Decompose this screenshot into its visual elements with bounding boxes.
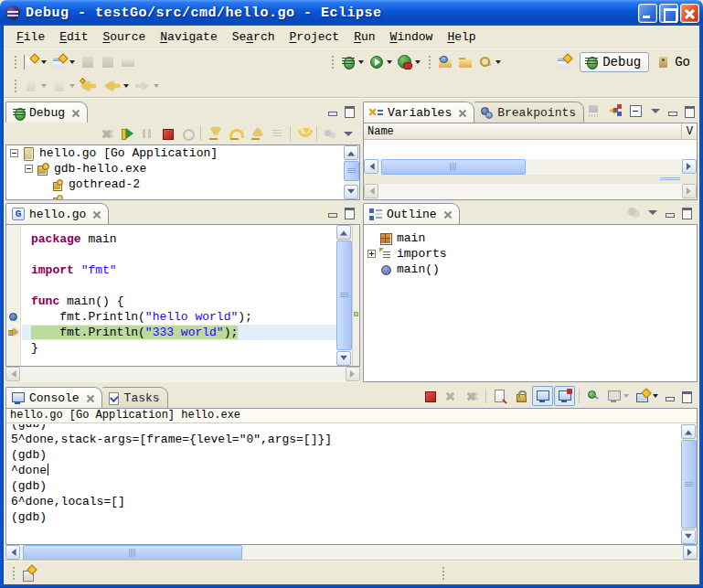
step-into-button[interactable]: [204, 123, 225, 144]
tab-debug[interactable]: Debug: [5, 102, 88, 123]
open-folder-button[interactable]: [455, 52, 475, 72]
view-menu-button[interactable]: [647, 101, 664, 121]
display-selected-console-button[interactable]: [604, 386, 632, 406]
terminate-button[interactable]: [157, 123, 177, 144]
tab-breakpoints[interactable]: Breakpoints: [474, 102, 584, 123]
menu-item-run[interactable]: Run: [346, 27, 382, 47]
expander-minus-icon[interactable]: [10, 149, 18, 157]
name-column-header[interactable]: Name: [367, 125, 394, 138]
code-line[interactable]: func main() {: [22, 294, 336, 309]
toolbar-grip[interactable]: [13, 78, 17, 94]
code-line[interactable]: import "fmt": [22, 262, 336, 278]
remove-all-terminated-button[interactable]: [462, 386, 482, 406]
menu-item-window[interactable]: Window: [383, 27, 441, 47]
use-step-filters-button[interactable]: [293, 123, 314, 144]
scrollbar-thumb[interactable]: [381, 159, 526, 175]
open-console-button[interactable]: [633, 386, 661, 406]
perspective-debug-button[interactable]: Debug: [580, 52, 649, 72]
outline-item-main[interactable]: main(): [364, 262, 697, 277]
new-button[interactable]: [21, 52, 49, 72]
tab-console[interactable]: Console: [5, 387, 102, 408]
menu-item-help[interactable]: Help: [440, 27, 483, 47]
open-perspective-button[interactable]: [554, 52, 574, 72]
outline-item-main[interactable]: main: [364, 230, 697, 246]
instruction-stepping-button[interactable]: [267, 123, 287, 144]
maximize-view-button[interactable]: [678, 202, 694, 222]
code-line[interactable]: [22, 278, 336, 294]
overview-annotation-marker[interactable]: [354, 312, 358, 316]
perspective-go-button[interactable]: Go: [655, 53, 692, 71]
toolbar-grip[interactable]: [330, 54, 335, 70]
editor-vertical-scrollbar[interactable]: [336, 225, 352, 366]
gutter-cell[interactable]: [6, 340, 20, 356]
scroll-down-button[interactable]: [336, 351, 351, 366]
tab-hello-go[interactable]: G hello.go: [5, 203, 109, 224]
close-icon[interactable]: [86, 394, 94, 402]
menu-item-project[interactable]: Project: [282, 27, 347, 47]
gutter-cell[interactable]: [6, 294, 20, 309]
tab-outline[interactable]: Outline: [363, 203, 460, 224]
new-wizard-button[interactable]: [49, 52, 78, 72]
minimize-view-button[interactable]: [325, 202, 340, 222]
show-stderr-changes-button[interactable]: [554, 386, 575, 406]
code-line[interactable]: fmt.Println("333 world");: [22, 325, 336, 340]
editor-gutter[interactable]: [6, 225, 21, 366]
collapse-all-button[interactable]: [626, 101, 646, 121]
debug-tree-item-gdb-hello-exe[interactable]: gdb-hello.exe: [6, 161, 344, 176]
outline-item-imports[interactable]: imports: [364, 246, 697, 262]
tab-tasks[interactable]: Tasks: [102, 387, 168, 408]
outline-tree[interactable]: mainimportsmain(): [364, 225, 697, 381]
variables-horizontal-scrollbar[interactable]: [364, 159, 697, 175]
scroll-right-button[interactable]: [346, 367, 360, 381]
watch-button[interactable]: [320, 123, 340, 144]
remove-launch-button[interactable]: [441, 386, 461, 406]
run-button[interactable]: [367, 52, 395, 72]
scroll-right-button[interactable]: [682, 159, 697, 174]
console-text-area[interactable]: (gdb)5^done,stack-args=[frame={level="0"…: [6, 424, 681, 544]
scroll-up-button[interactable]: [336, 225, 351, 240]
minimize-window-button[interactable]: [638, 4, 657, 23]
save-button[interactable]: [78, 52, 98, 72]
expander-plus-icon[interactable]: [367, 250, 376, 258]
title-bar[interactable]: Debug - testGo/src/cmd/hello.go - Eclips…: [0, 0, 703, 26]
code-line[interactable]: fmt.Println("hello world");: [22, 309, 336, 325]
menu-item-source[interactable]: Source: [95, 27, 153, 47]
maximize-view-button[interactable]: [341, 101, 357, 121]
scroll-right-button[interactable]: [683, 545, 698, 560]
previous-annotation-button[interactable]: [49, 76, 78, 96]
close-icon[interactable]: [443, 210, 452, 219]
show-stdout-changes-button[interactable]: [532, 386, 553, 406]
expander-minus-icon[interactable]: [25, 165, 33, 173]
clear-console-button[interactable]: [490, 386, 510, 406]
gutter-cell[interactable]: [6, 262, 20, 278]
maximize-view-button[interactable]: [678, 386, 694, 406]
gutter-cell[interactable]: [6, 278, 20, 294]
run-last-button[interactable]: [395, 52, 423, 72]
step-over-button[interactable]: [225, 123, 246, 144]
print-button[interactable]: [118, 52, 138, 72]
code-area[interactable]: package mainimport "fmt"func main() { fm…: [22, 225, 336, 366]
detail-pane-horizontal-scrollbar[interactable]: [364, 184, 697, 199]
minimize-view-button[interactable]: [662, 202, 677, 222]
console-vertical-scrollbar[interactable]: [681, 424, 697, 544]
value-column-header[interactable]: V: [681, 123, 693, 139]
editor-horizontal-scrollbar[interactable]: [5, 367, 360, 382]
scroll-down-button[interactable]: [344, 185, 358, 199]
toolbar-grip[interactable]: [427, 54, 431, 70]
scroll-up-button[interactable]: [344, 145, 358, 160]
debug-tree-vertical-scrollbar[interactable]: [344, 145, 359, 199]
scrollbar-thumb[interactable]: [681, 440, 697, 529]
maximize-window-button[interactable]: [659, 4, 678, 23]
debug-tree[interactable]: hello.go [Go Application]gdb-hello.exego…: [6, 145, 344, 199]
save-all-button[interactable]: [98, 52, 118, 72]
scroll-up-button[interactable]: [681, 424, 696, 439]
scroll-left-button[interactable]: [364, 184, 378, 198]
fast-view-button[interactable]: [19, 563, 38, 583]
breakpoint-icon[interactable]: [9, 313, 17, 321]
menu-item-navigate[interactable]: Navigate: [153, 27, 224, 47]
remove-all-terminated-button[interactable]: [97, 123, 117, 144]
statusbar-grip[interactable]: [11, 565, 16, 582]
menu-item-file[interactable]: File: [9, 27, 52, 47]
close-window-button[interactable]: [680, 4, 699, 23]
scroll-left-button[interactable]: [5, 367, 20, 381]
